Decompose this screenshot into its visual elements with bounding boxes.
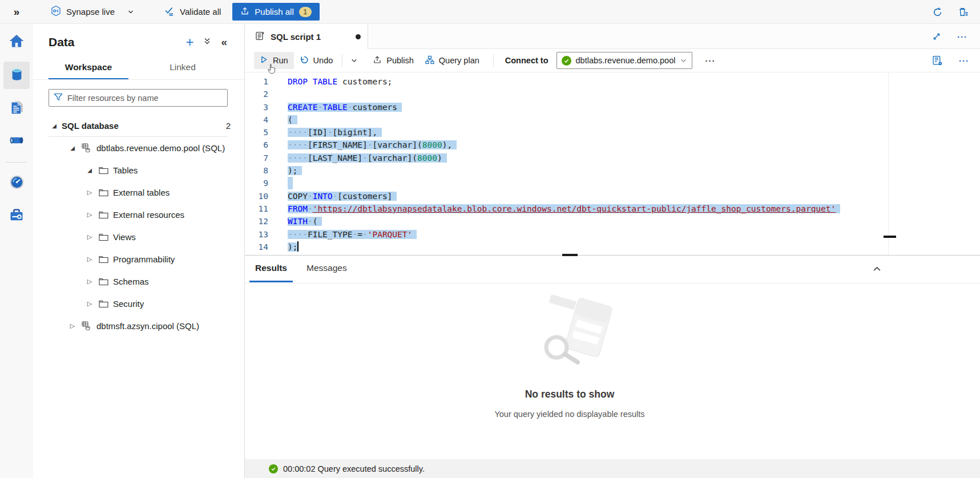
line-number: 12 [245,215,268,228]
chevron-collapsed-icon[interactable]: ▷ [86,278,94,285]
code-line-14[interactable]: ); [288,241,980,253]
code-line-11[interactable]: FROM·'https://dbtlabsynapsedatalake.blob… [288,202,980,215]
toolbox-icon [9,207,25,225]
app-rail [0,24,33,478]
chevron-collapsed-icon[interactable]: ▷ [86,189,94,196]
mode-selector[interactable]: Synapse live [43,5,141,18]
tree-item-schemas[interactable]: ▷Schemas [33,270,244,293]
code-line-12[interactable]: WITH·( [288,215,980,228]
tree-item-label: Tables [113,165,138,175]
text-cursor [297,241,299,252]
validate-all-button[interactable]: Validate all [157,6,228,18]
unsaved-changes-dot [356,34,361,39]
editor-tabstrip: SQL script 1 ··· [245,24,980,49]
undo-label: Undo [313,56,333,65]
connect-to-label: Connect to [505,56,549,65]
refresh-button[interactable] [931,6,944,19]
tree-item-label: Programmability [113,254,175,264]
tab-linked[interactable]: Linked [143,57,223,79]
expand-rail-button[interactable]: » [0,6,33,18]
code-line-8[interactable]: ); [288,164,980,177]
code-line-5[interactable]: ····[ID]·[bigint], [288,126,980,139]
rail-item-data[interactable] [3,62,30,89]
tree-item-label: dbtmsft.azsyn.cipool (SQL) [96,321,199,331]
line-number: 1 [245,75,268,88]
pool-dropdown[interactable]: dbtlabs.revenue.demo.pool [556,52,693,69]
chevron-collapsed-icon[interactable]: ▷ [86,233,94,241]
rail-item-monitor[interactable] [3,169,30,197]
run-button[interactable]: Run [254,52,294,69]
editor-scrollbar-track[interactable] [888,72,889,255]
tree-item-security[interactable]: ▷Security [33,293,244,315]
tab-sql-script-1[interactable]: SQL script 1 [245,24,368,49]
properties-icon[interactable] [931,54,944,67]
rail-item-integrate[interactable] [3,128,30,155]
tree-item-sql-database[interactable]: ◢SQL database2 [33,115,244,137]
sql-code-editor[interactable]: 1234567891011121314 DROP TABLE customers… [245,72,980,256]
collapse-all-icon[interactable] [203,37,211,47]
tree-item-programmability[interactable]: ▷Programmability [33,248,244,270]
query-plan-button[interactable]: Query plan [420,52,485,70]
code-line-6[interactable]: ····[FIRST_NAME]·[varchar](8000), [288,139,980,151]
collapse-panel-button[interactable]: « [221,36,227,48]
line-number: 11 [245,202,268,215]
code-line-1[interactable]: DROP TABLE customers; [288,75,980,88]
code-line-2[interactable] [288,88,980,100]
add-resource-button[interactable]: + [185,37,193,47]
code-line-4[interactable]: ( [288,114,980,126]
expand-editor-icon[interactable] [931,31,942,42]
code-line-13[interactable]: ····FILE_TYPE·=·'PARQUET' [288,228,980,241]
pool-name: dbtlabs.revenue.demo.pool [576,56,676,65]
chevron-expanded-icon[interactable]: ◢ [50,123,58,129]
editor-tab-title: SQL script 1 [271,32,321,42]
data-panel-tabs: Workspace Linked [33,54,244,80]
pipeline-icon [9,132,25,151]
chevron-expanded-icon[interactable]: ◢ [68,145,76,151]
undo-dropdown-chevron[interactable] [346,54,362,68]
collapse-results-chevron-icon[interactable] [871,264,883,274]
editor-more-actions-icon[interactable]: ··· [958,55,970,67]
code-line-10[interactable]: COPY·INTO·[customers] [288,190,980,202]
chevron-collapsed-icon[interactable]: ▷ [86,300,94,307]
line-number: 7 [245,152,268,164]
undo-button[interactable]: Undo [294,52,339,70]
database-icon [82,143,92,153]
filter-resources-box[interactable] [49,89,228,107]
publish-all-button[interactable]: Publish all 1 [232,3,319,21]
code-line-3[interactable]: CREATE·TABLE·customers [288,101,980,114]
folder-icon [99,233,108,241]
no-results-illustration [521,290,618,376]
tab-workspace[interactable]: Workspace [49,57,128,79]
chevron-collapsed-icon[interactable]: ▷ [86,211,94,218]
tree-item-dbtlabs-revenue-demo-pool-sql[interactable]: ◢dbtlabs.revenue.demo.pool (SQL) [33,137,244,159]
chevron-down-icon [127,9,134,15]
tree-item-label: Security [113,299,144,309]
publish-label: Publish [386,56,414,65]
tree-item-label: dbtlabs.revenue.demo.pool (SQL) [96,143,225,153]
tree-item-views[interactable]: ▷Views [33,226,244,248]
rail-item-manage[interactable] [3,202,30,230]
code-line-9[interactable] [288,177,980,189]
code-line-7[interactable]: ····[LAST_NAME]·[varchar](8000) [288,152,980,164]
tree-item-dbtmsft-azsyn-cipool-sql[interactable]: ▷dbtmsft.azsyn.cipool (SQL) [33,315,244,337]
rail-item-develop[interactable] [3,95,30,122]
tree-item-external-tables[interactable]: ▷External tables [33,181,244,204]
editor-scrollbar-thumb[interactable] [884,236,896,238]
tab-messages[interactable]: Messages [301,256,353,282]
data-panel: Data + « Workspace Linked ◢SQL d [33,24,245,478]
folder-icon [99,188,108,197]
tree-item-tables[interactable]: ◢Tables [33,159,244,181]
discard-changes-icon[interactable] [957,6,970,19]
toolbar-more-icon[interactable]: ··· [705,56,715,66]
chevron-collapsed-icon[interactable]: ▷ [68,322,76,330]
tab-results[interactable]: Results [249,256,293,282]
chevron-expanded-icon[interactable]: ◢ [86,167,94,173]
publish-button[interactable]: Publish [367,52,420,70]
tab-more-actions-icon[interactable]: ··· [956,31,969,43]
tree-item-label: External resources [113,210,184,220]
filter-resources-input[interactable] [67,94,223,103]
tree-item-external-resources[interactable]: ▷External resources [33,204,244,226]
rail-item-home[interactable] [3,29,30,56]
chevron-collapsed-icon[interactable]: ▷ [86,256,94,263]
code-lines: DROP TABLE customers; CREATE·TABLE·custo… [272,75,980,255]
